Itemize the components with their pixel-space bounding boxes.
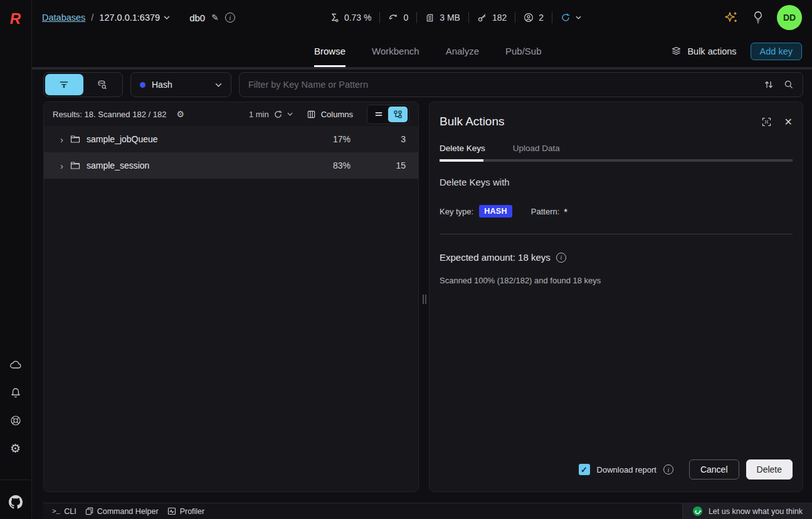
key-type-select[interactable]: Hash bbox=[130, 72, 231, 97]
feedback-smile-icon bbox=[692, 506, 703, 516]
search-by-values-button[interactable] bbox=[83, 74, 122, 95]
gauge-icon bbox=[388, 13, 398, 23]
chevron-right-icon[interactable]: › bbox=[60, 160, 69, 171]
key-type-selected: Hash bbox=[152, 80, 172, 90]
keys-stat: 182 bbox=[477, 13, 507, 23]
command-helper-icon bbox=[85, 507, 93, 515]
key-tree-row[interactable]: › sample_session 83% 15 bbox=[44, 152, 418, 179]
bottom-tool-bar: >_ CLI Command Helper Profiler Let us kn… bbox=[43, 503, 812, 519]
chevron-down-icon bbox=[215, 83, 222, 87]
memory-icon bbox=[425, 13, 435, 23]
bulk-tab-underline-bar bbox=[440, 159, 793, 162]
left-rail: R ⚙ bbox=[0, 0, 32, 519]
nav-tab-bar: Browse Workbench Analyze Pub/Sub Bulk ac… bbox=[32, 35, 812, 70]
layers-stack-icon bbox=[671, 46, 682, 56]
key-type-badge: HASH bbox=[479, 205, 512, 218]
tab-pubsub[interactable]: Pub/Sub bbox=[505, 35, 542, 67]
breadcrumb-separator: / bbox=[91, 13, 93, 23]
folder-icon bbox=[70, 135, 80, 144]
cpu-icon bbox=[329, 13, 339, 23]
columns-button[interactable]: Columns bbox=[307, 110, 353, 119]
folder-icon bbox=[70, 161, 80, 170]
expected-amount-text: Expected amount: 18 keys bbox=[440, 252, 551, 263]
top-bar: Databases / 127.0.0.1:6379 db0 ✎ i 0.73 … bbox=[32, 0, 812, 35]
add-key-button[interactable]: Add key bbox=[751, 43, 802, 60]
delete-button[interactable]: Delete bbox=[746, 459, 793, 480]
key-list-header: Results: 18. Scanned 182 / 182 ⚙ 1 min C… bbox=[44, 102, 418, 126]
chevron-right-icon[interactable]: › bbox=[60, 134, 69, 145]
close-icon[interactable]: ✕ bbox=[784, 116, 793, 128]
breadcrumb: Databases / 127.0.0.1:6379 db0 ✎ i bbox=[42, 13, 235, 23]
chevron-down-icon bbox=[164, 16, 170, 19]
refresh-stats[interactable] bbox=[561, 13, 581, 23]
instance-selector[interactable]: 127.0.0.1:6379 bbox=[99, 13, 170, 23]
list-view-icon bbox=[374, 110, 383, 118]
cli-prompt-icon: >_ bbox=[52, 508, 60, 515]
db-search-icon bbox=[97, 80, 107, 90]
tab-analyze[interactable]: Analyze bbox=[446, 35, 479, 67]
filter-funnel-icon bbox=[59, 80, 69, 90]
bulk-actions-button[interactable]: Bulk actions bbox=[671, 46, 736, 56]
settings-gear-icon[interactable]: ⚙ bbox=[9, 441, 23, 455]
key-tree-row[interactable]: › sample_jobQueue 17% 3 bbox=[44, 126, 418, 152]
list-view-button[interactable] bbox=[369, 107, 388, 122]
columns-icon bbox=[307, 110, 316, 119]
scanned-summary-text: Scanned 100% (182/182) and found 18 keys bbox=[440, 276, 793, 285]
redis-logo-icon[interactable]: R bbox=[0, 10, 31, 28]
download-report-label: Download report bbox=[597, 465, 656, 474]
feedback-link[interactable]: Let us know what you think bbox=[682, 503, 812, 519]
cli-button[interactable]: >_ CLI bbox=[52, 507, 76, 516]
memory-stat: 3 MB bbox=[425, 13, 460, 23]
help-lifebuoy-icon[interactable] bbox=[9, 414, 23, 427]
edit-pencil-icon[interactable]: ✎ bbox=[211, 13, 219, 23]
tab-upload-data[interactable]: Upload Data bbox=[513, 144, 560, 153]
profiler-button[interactable]: Profiler bbox=[167, 507, 205, 516]
cpu-stat: 0.73 % bbox=[329, 13, 372, 23]
download-report-info-icon[interactable]: i bbox=[663, 464, 673, 474]
key-search-input[interactable] bbox=[248, 80, 754, 90]
scan-settings-gear-icon[interactable]: ⚙ bbox=[176, 109, 184, 119]
key-namespace-name: sample_jobQueue bbox=[87, 134, 158, 144]
user-avatar[interactable]: DD bbox=[777, 5, 802, 30]
download-report-checkbox[interactable]: ✓ bbox=[579, 464, 590, 475]
pattern-value: * bbox=[564, 206, 567, 217]
user-icon bbox=[524, 13, 534, 23]
fullscreen-expand-icon[interactable] bbox=[761, 117, 772, 127]
refresh-icon bbox=[273, 110, 283, 119]
db-index: db0 bbox=[189, 13, 205, 23]
tab-browse[interactable]: Browse bbox=[314, 35, 345, 67]
key-namespace-count: 15 bbox=[387, 160, 406, 170]
command-helper-button[interactable]: Command Helper bbox=[85, 507, 159, 516]
chevron-down-icon bbox=[576, 16, 581, 19]
tab-delete-keys[interactable]: Delete Keys bbox=[440, 144, 485, 153]
key-list-panel: Results: 18. Scanned 182 / 182 ⚙ 1 min C… bbox=[43, 102, 419, 492]
db-info-icon[interactable]: i bbox=[225, 13, 235, 23]
key-namespace-percent: 17% bbox=[319, 134, 351, 144]
github-icon[interactable] bbox=[0, 495, 31, 509]
refresh-icon bbox=[561, 13, 571, 23]
panel-resize-handle[interactable] bbox=[422, 293, 427, 305]
sort-icon[interactable] bbox=[764, 80, 774, 90]
insights-lightbulb-icon[interactable] bbox=[752, 11, 764, 24]
cloud-icon[interactable] bbox=[9, 359, 23, 372]
copilot-sparkles-icon[interactable] bbox=[723, 9, 739, 26]
tab-workbench[interactable]: Workbench bbox=[372, 35, 419, 67]
auto-refresh-control[interactable]: 1 min bbox=[249, 110, 293, 119]
view-toggle bbox=[367, 105, 409, 124]
results-summary: Results: 18. Scanned 182 / 182 bbox=[53, 110, 166, 119]
search-icon[interactable] bbox=[784, 80, 794, 90]
filter-bar: Hash bbox=[43, 72, 803, 97]
tree-view-icon bbox=[393, 110, 403, 119]
redisinsight-app: R ⚙ Databases / 127.0.0.1:6379 bbox=[0, 0, 812, 519]
expected-info-icon[interactable]: i bbox=[556, 253, 566, 263]
bulk-actions-panel: Bulk Actions ✕ Delete Keys Upload Data D… bbox=[429, 102, 803, 492]
tree-view-button[interactable] bbox=[388, 107, 408, 122]
filter-by-pattern-button[interactable] bbox=[45, 74, 83, 95]
db-stats: 0.73 % 0 3 MB 182 2 bbox=[329, 12, 581, 23]
notifications-bell-icon[interactable] bbox=[9, 386, 23, 400]
cancel-button[interactable]: Cancel bbox=[689, 459, 739, 480]
delete-keys-with-heading: Delete Keys with bbox=[440, 177, 793, 187]
breadcrumb-databases-link[interactable]: Databases bbox=[42, 13, 85, 23]
browse-main: Hash Results: 18. Scanned 182 / 182 ⚙ 1 … bbox=[32, 70, 812, 519]
rail-divider bbox=[0, 480, 31, 480]
